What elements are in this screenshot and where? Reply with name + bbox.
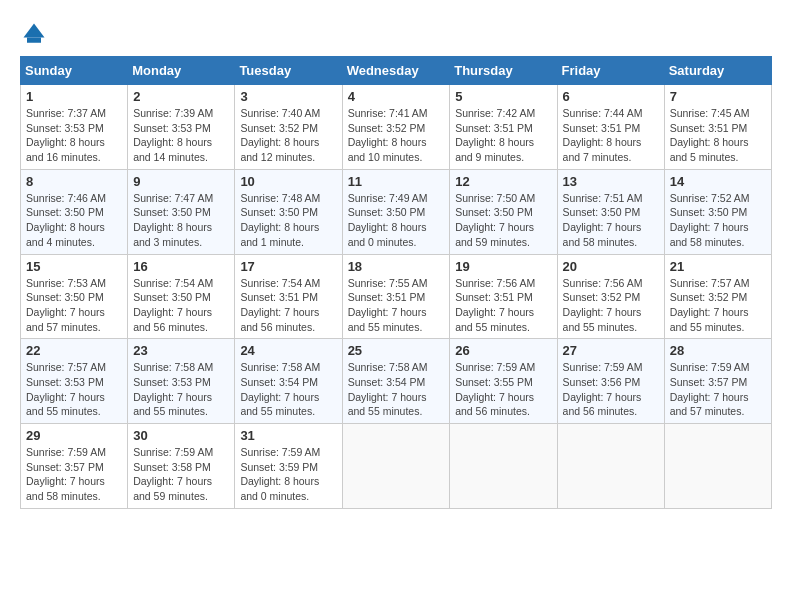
calendar-cell: 2Sunrise: 7:39 AMSunset: 3:53 PMDaylight…: [128, 85, 235, 170]
day-number: 19: [455, 259, 551, 274]
weekday-header-row: SundayMondayTuesdayWednesdayThursdayFrid…: [21, 57, 772, 85]
day-number: 24: [240, 343, 336, 358]
day-info: Sunrise: 7:59 AMSunset: 3:58 PMDaylight:…: [133, 445, 229, 504]
calendar-cell: 18Sunrise: 7:55 AMSunset: 3:51 PMDayligh…: [342, 254, 450, 339]
day-info: Sunrise: 7:51 AMSunset: 3:50 PMDaylight:…: [563, 191, 659, 250]
day-info: Sunrise: 7:40 AMSunset: 3:52 PMDaylight:…: [240, 106, 336, 165]
calendar-cell: 22Sunrise: 7:57 AMSunset: 3:53 PMDayligh…: [21, 339, 128, 424]
calendar-cell: 20Sunrise: 7:56 AMSunset: 3:52 PMDayligh…: [557, 254, 664, 339]
calendar-cell: 3Sunrise: 7:40 AMSunset: 3:52 PMDaylight…: [235, 85, 342, 170]
header: [20, 20, 772, 48]
day-number: 21: [670, 259, 766, 274]
calendar-cell: 11Sunrise: 7:49 AMSunset: 3:50 PMDayligh…: [342, 169, 450, 254]
calendar-cell: 5Sunrise: 7:42 AMSunset: 3:51 PMDaylight…: [450, 85, 557, 170]
day-info: Sunrise: 7:42 AMSunset: 3:51 PMDaylight:…: [455, 106, 551, 165]
day-number: 3: [240, 89, 336, 104]
day-number: 2: [133, 89, 229, 104]
calendar-week-row: 8Sunrise: 7:46 AMSunset: 3:50 PMDaylight…: [21, 169, 772, 254]
weekday-header: Tuesday: [235, 57, 342, 85]
day-number: 28: [670, 343, 766, 358]
svg-marker-0: [24, 24, 45, 38]
weekday-header: Wednesday: [342, 57, 450, 85]
day-number: 27: [563, 343, 659, 358]
calendar-cell: 16Sunrise: 7:54 AMSunset: 3:50 PMDayligh…: [128, 254, 235, 339]
calendar-cell: 14Sunrise: 7:52 AMSunset: 3:50 PMDayligh…: [664, 169, 771, 254]
day-number: 16: [133, 259, 229, 274]
day-number: 30: [133, 428, 229, 443]
calendar-cell: 9Sunrise: 7:47 AMSunset: 3:50 PMDaylight…: [128, 169, 235, 254]
day-number: 11: [348, 174, 445, 189]
day-info: Sunrise: 7:59 AMSunset: 3:55 PMDaylight:…: [455, 360, 551, 419]
day-number: 12: [455, 174, 551, 189]
weekday-header: Thursday: [450, 57, 557, 85]
calendar-cell: 31Sunrise: 7:59 AMSunset: 3:59 PMDayligh…: [235, 424, 342, 509]
day-info: Sunrise: 7:52 AMSunset: 3:50 PMDaylight:…: [670, 191, 766, 250]
day-info: Sunrise: 7:46 AMSunset: 3:50 PMDaylight:…: [26, 191, 122, 250]
day-info: Sunrise: 7:57 AMSunset: 3:53 PMDaylight:…: [26, 360, 122, 419]
weekday-header: Friday: [557, 57, 664, 85]
logo: [20, 20, 52, 48]
calendar-cell: [342, 424, 450, 509]
day-number: 18: [348, 259, 445, 274]
day-info: Sunrise: 7:44 AMSunset: 3:51 PMDaylight:…: [563, 106, 659, 165]
day-number: 22: [26, 343, 122, 358]
calendar-cell: 25Sunrise: 7:58 AMSunset: 3:54 PMDayligh…: [342, 339, 450, 424]
logo-icon: [20, 20, 48, 48]
day-number: 26: [455, 343, 551, 358]
day-number: 6: [563, 89, 659, 104]
day-info: Sunrise: 7:54 AMSunset: 3:50 PMDaylight:…: [133, 276, 229, 335]
day-info: Sunrise: 7:59 AMSunset: 3:56 PMDaylight:…: [563, 360, 659, 419]
day-info: Sunrise: 7:45 AMSunset: 3:51 PMDaylight:…: [670, 106, 766, 165]
day-number: 25: [348, 343, 445, 358]
day-info: Sunrise: 7:49 AMSunset: 3:50 PMDaylight:…: [348, 191, 445, 250]
day-info: Sunrise: 7:55 AMSunset: 3:51 PMDaylight:…: [348, 276, 445, 335]
day-info: Sunrise: 7:58 AMSunset: 3:54 PMDaylight:…: [348, 360, 445, 419]
calendar-cell: [557, 424, 664, 509]
day-info: Sunrise: 7:48 AMSunset: 3:50 PMDaylight:…: [240, 191, 336, 250]
day-info: Sunrise: 7:39 AMSunset: 3:53 PMDaylight:…: [133, 106, 229, 165]
day-info: Sunrise: 7:57 AMSunset: 3:52 PMDaylight:…: [670, 276, 766, 335]
weekday-header: Monday: [128, 57, 235, 85]
day-number: 8: [26, 174, 122, 189]
day-info: Sunrise: 7:58 AMSunset: 3:53 PMDaylight:…: [133, 360, 229, 419]
day-number: 17: [240, 259, 336, 274]
calendar-cell: 1Sunrise: 7:37 AMSunset: 3:53 PMDaylight…: [21, 85, 128, 170]
calendar-cell: 24Sunrise: 7:58 AMSunset: 3:54 PMDayligh…: [235, 339, 342, 424]
day-number: 13: [563, 174, 659, 189]
calendar-cell: 27Sunrise: 7:59 AMSunset: 3:56 PMDayligh…: [557, 339, 664, 424]
calendar-cell: 10Sunrise: 7:48 AMSunset: 3:50 PMDayligh…: [235, 169, 342, 254]
calendar-week-row: 15Sunrise: 7:53 AMSunset: 3:50 PMDayligh…: [21, 254, 772, 339]
day-number: 9: [133, 174, 229, 189]
day-number: 23: [133, 343, 229, 358]
calendar-cell: 6Sunrise: 7:44 AMSunset: 3:51 PMDaylight…: [557, 85, 664, 170]
day-number: 5: [455, 89, 551, 104]
calendar-cell: 7Sunrise: 7:45 AMSunset: 3:51 PMDaylight…: [664, 85, 771, 170]
day-info: Sunrise: 7:50 AMSunset: 3:50 PMDaylight:…: [455, 191, 551, 250]
day-number: 7: [670, 89, 766, 104]
calendar-cell: 8Sunrise: 7:46 AMSunset: 3:50 PMDaylight…: [21, 169, 128, 254]
calendar-cell: 15Sunrise: 7:53 AMSunset: 3:50 PMDayligh…: [21, 254, 128, 339]
day-info: Sunrise: 7:56 AMSunset: 3:51 PMDaylight:…: [455, 276, 551, 335]
calendar-cell: [664, 424, 771, 509]
day-info: Sunrise: 7:59 AMSunset: 3:57 PMDaylight:…: [26, 445, 122, 504]
calendar-week-row: 1Sunrise: 7:37 AMSunset: 3:53 PMDaylight…: [21, 85, 772, 170]
day-info: Sunrise: 7:56 AMSunset: 3:52 PMDaylight:…: [563, 276, 659, 335]
day-number: 31: [240, 428, 336, 443]
calendar-cell: 13Sunrise: 7:51 AMSunset: 3:50 PMDayligh…: [557, 169, 664, 254]
day-number: 10: [240, 174, 336, 189]
calendar-week-row: 22Sunrise: 7:57 AMSunset: 3:53 PMDayligh…: [21, 339, 772, 424]
calendar-cell: 28Sunrise: 7:59 AMSunset: 3:57 PMDayligh…: [664, 339, 771, 424]
calendar: SundayMondayTuesdayWednesdayThursdayFrid…: [20, 56, 772, 509]
calendar-cell: 21Sunrise: 7:57 AMSunset: 3:52 PMDayligh…: [664, 254, 771, 339]
day-number: 20: [563, 259, 659, 274]
calendar-cell: 17Sunrise: 7:54 AMSunset: 3:51 PMDayligh…: [235, 254, 342, 339]
calendar-cell: 30Sunrise: 7:59 AMSunset: 3:58 PMDayligh…: [128, 424, 235, 509]
day-info: Sunrise: 7:58 AMSunset: 3:54 PMDaylight:…: [240, 360, 336, 419]
day-number: 4: [348, 89, 445, 104]
day-info: Sunrise: 7:53 AMSunset: 3:50 PMDaylight:…: [26, 276, 122, 335]
day-info: Sunrise: 7:47 AMSunset: 3:50 PMDaylight:…: [133, 191, 229, 250]
svg-rect-1: [27, 38, 41, 43]
calendar-cell: 4Sunrise: 7:41 AMSunset: 3:52 PMDaylight…: [342, 85, 450, 170]
calendar-cell: 23Sunrise: 7:58 AMSunset: 3:53 PMDayligh…: [128, 339, 235, 424]
calendar-cell: [450, 424, 557, 509]
